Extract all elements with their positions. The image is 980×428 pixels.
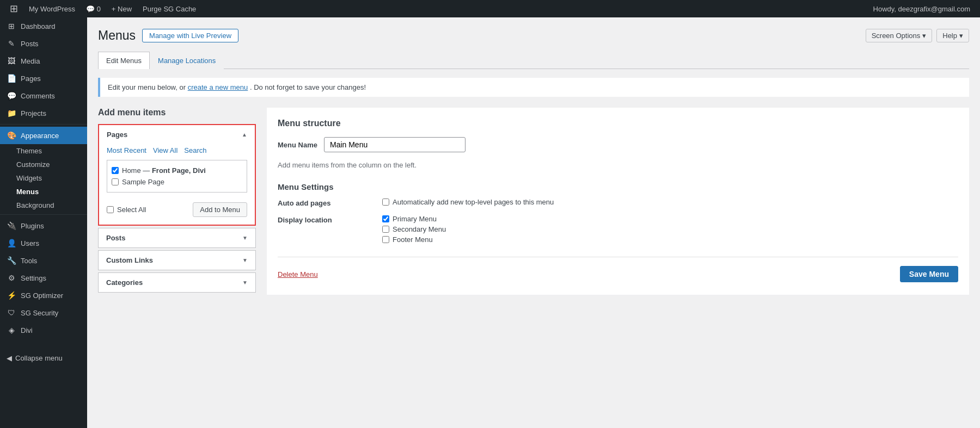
accordion-pages-content: Most Recent View All Search Home — Front…: [99, 144, 255, 225]
checklist-item-sample[interactable]: Sample Page: [112, 176, 242, 188]
screen-options-button[interactable]: Screen Options ▾: [866, 29, 933, 42]
location-footer-label[interactable]: Footer Menu: [382, 235, 958, 244]
checklist-item-home-checkbox[interactable]: [112, 167, 119, 174]
purge-cache-link[interactable]: Purge SG Cache: [137, 0, 201, 17]
location-secondary-checkbox[interactable]: [382, 226, 389, 233]
save-menu-button[interactable]: Save Menu: [900, 266, 958, 282]
subtab-view-all[interactable]: View All: [153, 146, 177, 154]
menu-settings-title: Menu Settings: [278, 182, 958, 191]
sidebar-item-customize[interactable]: Customize: [0, 158, 87, 171]
accordion-pages: Pages ▲ Most Recent View All Search H: [98, 124, 256, 226]
sidebar-item-tools[interactable]: 🔧 Tools: [0, 252, 87, 269]
auto-add-label: Auto add pages: [278, 198, 376, 207]
new-content-link[interactable]: + New: [106, 0, 137, 17]
menu-name-row: Menu Name: [278, 137, 958, 152]
menu-name-input[interactable]: [324, 137, 465, 152]
sidebar-item-media[interactable]: 🖼 Media: [0, 52, 87, 70]
sidebar-item-widgets[interactable]: Widgets: [0, 171, 87, 185]
help-button[interactable]: Help ▾: [936, 29, 969, 42]
location-primary-checkbox[interactable]: [382, 215, 389, 222]
location-secondary-label[interactable]: Secondary Menu: [382, 225, 958, 233]
delete-menu-button[interactable]: Delete Menu: [278, 270, 318, 278]
comments-link[interactable]: 💬 0: [81, 0, 106, 17]
accordion-categories: Categories ▼: [98, 272, 256, 293]
comments-sidebar-icon: 💬: [7, 91, 16, 100]
divi-icon: ◈: [7, 326, 16, 334]
accordion-categories-header[interactable]: Categories ▼: [99, 273, 255, 292]
sidebar-item-sg-optimizer[interactable]: ⚡ SG Optimizer: [0, 287, 87, 304]
auto-add-option: Automatically add new top-level pages to…: [382, 198, 958, 208]
add-to-menu-button[interactable]: Add to Menu: [193, 202, 247, 217]
display-location-label: Display location: [278, 215, 376, 224]
accordion-custom-links-header[interactable]: Custom Links ▼: [99, 251, 255, 270]
checklist-item-sample-checkbox[interactable]: [112, 178, 119, 185]
location-footer-checkbox[interactable]: [382, 236, 389, 243]
accordion-pages-chevron-icon: ▲: [242, 132, 247, 138]
sidebar-item-comments[interactable]: 💬 Comments: [0, 87, 87, 104]
sg-optimizer-icon: ⚡: [7, 291, 16, 300]
projects-icon: 📁: [7, 109, 16, 117]
pages-icon: 📄: [7, 74, 16, 83]
select-all-label[interactable]: Select All: [107, 204, 146, 215]
sidebar-item-sg-security[interactable]: 🛡 SG Security: [0, 304, 87, 321]
screen-options-arrow-icon: ▾: [922, 32, 926, 40]
checklist-item-home[interactable]: Home — Front Page, Divi: [112, 165, 242, 176]
accordion-categories-chevron-icon: ▼: [242, 280, 248, 286]
menu-hint: Add menu items from the column on the le…: [278, 161, 958, 169]
users-icon: 👤: [7, 239, 16, 247]
menu-footer: Delete Menu Save Menu: [278, 257, 958, 282]
live-preview-button[interactable]: Manage with Live Preview: [142, 29, 238, 42]
sidebar-item-divi[interactable]: ◈ Divi: [0, 321, 87, 339]
accordion-posts-header[interactable]: Posts ▼: [99, 228, 255, 247]
auto-add-checkbox-label[interactable]: Automatically add new top-level pages to…: [382, 198, 958, 206]
notice-bar: Edit your menu below, or create a new me…: [98, 78, 969, 97]
tab-manage-locations[interactable]: Manage Locations: [150, 52, 224, 69]
location-primary-label[interactable]: Primary Menu: [382, 215, 958, 223]
wp-logo-icon[interactable]: ⊞: [4, 0, 23, 17]
accordion-posts: Posts ▼: [98, 228, 256, 248]
pages-checklist: Home — Front Page, Divi Sample Page: [107, 160, 247, 193]
auto-add-checkbox[interactable]: [382, 199, 389, 206]
page-header: Menus Manage with Live Preview Screen Op…: [98, 28, 969, 43]
menu-name-label: Menu Name: [278, 141, 317, 149]
subtab-most-recent[interactable]: Most Recent: [107, 146, 146, 154]
sidebar-item-pages[interactable]: 📄 Pages: [0, 70, 87, 87]
accordion-custom-links: Custom Links ▼: [98, 250, 256, 270]
pages-subtabs: Most Recent View All Search: [107, 144, 247, 154]
nav-tabs: Edit Menus Manage Locations: [98, 52, 969, 69]
appearance-icon: 🎨: [7, 131, 16, 140]
tools-icon: 🔧: [7, 256, 16, 265]
sidebar-item-users[interactable]: 👤 Users: [0, 234, 87, 252]
display-location-options: Primary Menu Secondary Menu Footer Menu: [382, 215, 958, 246]
create-new-menu-link[interactable]: create a new menu: [188, 83, 248, 91]
media-icon: 🖼: [7, 57, 16, 65]
sidebar-item-settings[interactable]: ⚙ Settings: [0, 269, 87, 287]
sg-security-icon: 🛡: [7, 308, 16, 317]
subtab-search[interactable]: Search: [184, 146, 206, 154]
dashboard-icon: ⊞: [7, 22, 16, 30]
sidebar-item-dashboard[interactable]: ⊞ Dashboard: [0, 17, 87, 35]
collapse-menu-button[interactable]: ◀ Collapse menu: [0, 350, 87, 367]
sidebar-item-background[interactable]: Background: [0, 199, 87, 212]
select-all-checkbox[interactable]: [107, 206, 114, 213]
collapse-icon: ◀: [7, 354, 12, 362]
accordion-custom-links-chevron-icon: ▼: [242, 257, 248, 263]
sidebar-item-appearance[interactable]: 🎨 Appearance: [0, 127, 87, 144]
user-greeting: Howdy, deezgrafix@gmail.com: [868, 0, 976, 17]
page-title: Menus: [98, 28, 136, 43]
sidebar-item-posts[interactable]: ✎ Posts: [0, 35, 87, 52]
accordion-pages-header[interactable]: Pages ▲: [99, 125, 255, 144]
menu-structure-panel: Menu structure Menu Name Add menu items …: [267, 108, 969, 295]
sidebar-item-menus[interactable]: Menus: [0, 185, 87, 199]
admin-bar: ⊞ My WordPress 💬 0 + New Purge SG Cache …: [0, 0, 980, 17]
sidebar-item-themes[interactable]: Themes: [0, 144, 87, 158]
sidebar-item-projects[interactable]: 📁 Projects: [0, 104, 87, 122]
posts-icon: ✎: [7, 39, 16, 48]
comments-icon: 💬: [86, 5, 95, 13]
sidebar-item-plugins[interactable]: 🔌 Plugins: [0, 217, 87, 234]
site-name-link[interactable]: My WordPress: [23, 0, 81, 17]
main-content: Menus Manage with Live Preview Screen Op…: [87, 17, 980, 428]
help-arrow-icon: ▾: [959, 32, 963, 40]
tab-edit-menus[interactable]: Edit Menus: [98, 52, 150, 69]
add-menu-items-panel: Add menu items Pages ▲ Most Recent View …: [98, 108, 256, 295]
